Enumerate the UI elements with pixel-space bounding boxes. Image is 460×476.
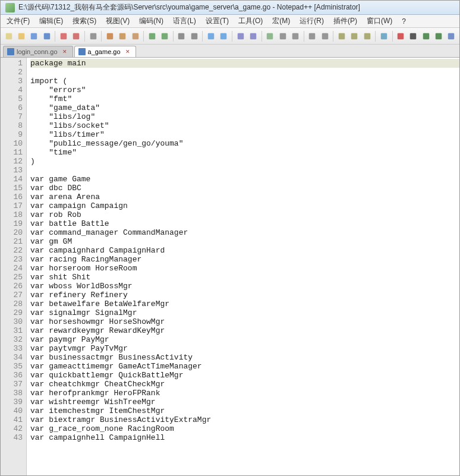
titlebar: E:\源代码\71312_我朝有马全套源码\Server\src\youma\g… [1, 1, 459, 15]
doc-list-icon[interactable] [349, 30, 360, 42]
line-number: 26 [2, 282, 23, 291]
tab-label: a_game.go [88, 48, 121, 55]
line-number: 24 [2, 264, 23, 273]
zoom-in-icon[interactable] [205, 30, 216, 42]
code-line: var betawelfare BetaWelfareMgr [30, 300, 459, 308]
menubar: 文件(F)编辑(E)搜索(S)视图(V)编码(N)语言(L)设置(T)工具(O)… [1, 15, 459, 28]
line-number: 1 [2, 59, 23, 68]
menu-item-11[interactable]: 窗口(W) [363, 15, 396, 27]
line-number: 37 [2, 380, 23, 389]
redo-icon[interactable] [159, 30, 170, 42]
file-icon [78, 48, 86, 55]
find-icon[interactable] [176, 30, 187, 42]
save-all-icon[interactable] [41, 30, 52, 42]
code-line [30, 166, 459, 175]
line-number: 41 [2, 415, 23, 424]
sync-h-icon[interactable] [247, 30, 259, 42]
code-line: var rob Rob [30, 210, 459, 219]
play-multi-icon[interactable] [433, 30, 444, 42]
code-line: "errors" [30, 86, 459, 94]
toolbar-separator [173, 31, 174, 42]
line-number: 20 [2, 228, 23, 237]
wrap-icon[interactable] [264, 30, 276, 42]
menu-item-2[interactable]: 搜索(S) [69, 15, 100, 27]
svg-rect-15 [220, 33, 226, 39]
func-list-icon[interactable] [361, 30, 373, 42]
menu-item-12[interactable]: ? [398, 16, 409, 27]
svg-rect-20 [292, 33, 298, 39]
line-number: 27 [2, 291, 23, 300]
svg-rect-12 [178, 33, 184, 39]
print-icon[interactable] [87, 30, 99, 42]
copy-icon[interactable] [117, 30, 128, 42]
zoom-out-icon[interactable] [218, 30, 229, 42]
code-line: var campaignhell CampaignHell [30, 433, 459, 442]
code-line: var command_manager CommandManager [30, 228, 459, 237]
save-icon[interactable] [29, 30, 40, 42]
stop-icon[interactable] [408, 30, 419, 42]
line-number: 6 [2, 103, 23, 112]
menu-item-8[interactable]: 宏(M) [269, 15, 294, 27]
record-icon[interactable] [395, 30, 406, 42]
line-number: 42 [2, 424, 23, 433]
fold-icon[interactable] [307, 30, 318, 42]
line-number: 23 [2, 255, 23, 264]
line-number: 5 [2, 94, 23, 103]
svg-rect-10 [149, 33, 155, 39]
paste-icon[interactable] [130, 30, 141, 42]
indent-icon[interactable] [289, 30, 301, 42]
file-icon [7, 48, 14, 55]
line-number: 28 [2, 300, 23, 308]
toolbar-separator [143, 31, 144, 42]
replace-icon[interactable] [188, 30, 200, 42]
svg-rect-13 [191, 33, 197, 39]
cut-icon[interactable] [104, 30, 115, 42]
svg-rect-0 [6, 33, 12, 39]
line-number: 35 [2, 362, 23, 371]
line-number: 32 [2, 335, 23, 344]
code-line: var itemchestmgr ItemChestMgr [30, 406, 459, 415]
svg-rect-4 [61, 33, 67, 39]
doc-map-icon[interactable] [336, 30, 347, 42]
new-file-icon[interactable] [3, 30, 14, 42]
menu-item-4[interactable]: 编码(N) [136, 15, 167, 27]
line-number: 40 [2, 406, 23, 415]
menu-item-1[interactable]: 编辑(E) [36, 15, 67, 27]
code-area[interactable]: package mainimport ( "errors" "fmt" "gam… [27, 58, 459, 475]
menu-item-6[interactable]: 设置(T) [202, 15, 232, 27]
line-number: 36 [2, 371, 23, 380]
line-number: 21 [2, 237, 23, 246]
line-number: 7 [2, 112, 23, 121]
close-all-icon[interactable] [71, 30, 82, 42]
code-line: var businessactmgr BusinessActivity [30, 353, 459, 362]
svg-rect-6 [90, 33, 96, 39]
close-icon[interactable]: ✕ [125, 49, 131, 55]
line-number: 14 [2, 175, 23, 184]
play-icon[interactable] [420, 30, 431, 42]
sync-v-icon[interactable] [235, 30, 246, 42]
svg-rect-31 [448, 33, 454, 39]
svg-rect-8 [119, 33, 125, 39]
all-chars-icon[interactable] [277, 30, 288, 42]
eye-icon[interactable] [378, 30, 389, 42]
menu-item-7[interactable]: 工具(O) [235, 15, 266, 27]
svg-rect-24 [351, 33, 357, 39]
menu-item-9[interactable]: 运行(R) [296, 15, 327, 27]
undo-icon[interactable] [146, 30, 157, 42]
menu-item-5[interactable]: 语言(L) [169, 15, 200, 27]
code-line: var gameacttimemgr GameActTimeManager [30, 362, 459, 371]
code-line: var herofprankmgr HeroFPRank [30, 389, 459, 398]
close-icon[interactable] [58, 30, 69, 42]
open-file-icon[interactable] [15, 30, 27, 42]
menu-item-3[interactable]: 视图(V) [102, 15, 133, 27]
menu-item-10[interactable]: 插件(P) [330, 15, 361, 27]
close-icon[interactable]: ✕ [62, 49, 68, 55]
tab-login_conn-go[interactable]: login_conn.go✕ [3, 46, 73, 57]
line-number: 30 [2, 317, 23, 326]
tab-a_game-go[interactable]: a_game.go✕ [74, 46, 136, 57]
unfold-icon[interactable] [319, 30, 330, 42]
menu-item-0[interactable]: 文件(F) [3, 15, 33, 27]
code-line: var campaign Campaign [30, 201, 459, 210]
save-macro-icon[interactable] [446, 30, 457, 42]
line-number: 17 [2, 201, 23, 210]
